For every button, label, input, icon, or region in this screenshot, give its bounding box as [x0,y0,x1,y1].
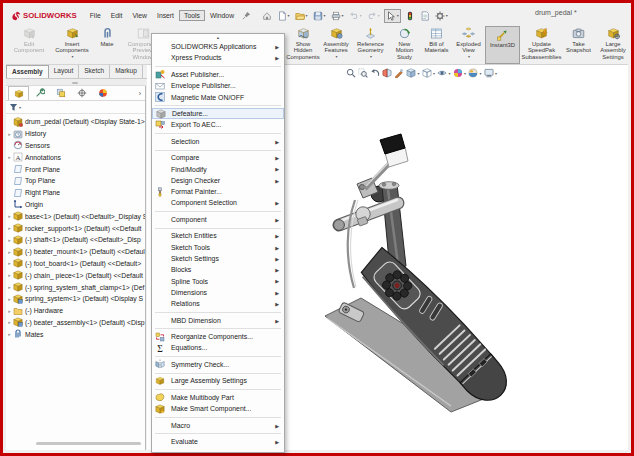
menu-item-evaluate[interactable]: Evaluate▶ [152,436,284,447]
menu-item-component-selection[interactable]: Component Selection▶ [152,197,284,208]
drum-pedal-3d-model[interactable] [293,118,543,428]
headsup-view-orientation-button[interactable]: ▾ [406,68,420,78]
menu-item-make-smart-component[interactable]: Make Smart Component... [152,403,284,414]
tree-item[interactable]: ▸(-) spring_system_shaft_clamp<1> (Def [6,281,145,293]
headsup-view-settings-button[interactable]: ▾ [484,68,498,78]
panel-tab-property-manager[interactable] [29,86,50,100]
headsup-display-style-button[interactable]: ▾ [422,68,436,78]
tree-item[interactable]: Sensors [6,140,145,152]
ribbon-button-reference-geometry[interactable]: ReferenceGeometry▾ [353,26,388,64]
tree-item[interactable]: ▸(-) beater_mount<1> (Default) <<Defaul [6,246,145,258]
tab-sketch[interactable]: Sketch [79,65,110,78]
tree-filter-row[interactable]: ▾ [6,101,145,114]
ribbon-button-assembly-features[interactable]: AssemblyFeatures▾ [319,26,353,64]
headsup-section-view-button[interactable] [382,68,392,78]
save-button[interactable]: ▾ [312,10,327,22]
menu-item-sketch-entities[interactable]: Sketch Entities▶ [152,230,284,241]
tab-layout[interactable]: Layout [49,65,80,78]
ribbon-button-exploded-view[interactable]: ExplodedView▾ [452,26,485,64]
menu-scroll-up[interactable]: ▲ [152,34,284,41]
panel-horizontal-scrollbar[interactable] [36,442,141,445]
menu-item-defeature[interactable]: Defeature... [152,108,284,119]
headsup-zoom-area-button[interactable] [358,68,368,78]
menu-item-sketch-settings[interactable]: Sketch Settings▶ [152,253,284,264]
tab-markup[interactable]: Markup [110,65,143,78]
menu-item-make-multibody-part[interactable]: Make Multibody Part [152,392,284,403]
menu-item-mbd-dimension[interactable]: MBD Dimension▶ [152,315,284,326]
select-cursor-button[interactable]: ▾ [384,9,401,23]
ribbon-button-take-snapshot[interactable]: TakeSnapshot [563,26,594,64]
ribbon-button-update-speedpak-subassemblies[interactable]: UpdateSpeedPakSubassemblies [520,26,563,64]
new-document-button[interactable]: ▾ [276,10,291,22]
panel-tab-feature-tree[interactable] [8,86,29,100]
tree-item[interactable]: Top Plane [6,175,145,187]
menu-item-dimensions[interactable]: Dimensions▶ [152,287,284,298]
menu-item-compare[interactable]: Compare▶ [152,152,284,163]
menu-item-equations[interactable]: ΣEquations... [152,342,284,353]
menu-item-export-to-aec[interactable]: Export To AEC... [152,119,284,130]
print-button[interactable]: ▾ [330,10,345,22]
menu-insert[interactable]: Insert [152,10,179,21]
menu-item-macro[interactable]: Macro▶ [152,420,284,431]
menu-item-find-modify[interactable]: Find/Modify▶ [152,163,284,174]
menu-view[interactable]: View [127,10,152,21]
headsup-hide-show-items-button[interactable]: ▾ [437,68,451,78]
menu-window[interactable]: Window [205,10,239,21]
menu-item-design-checker[interactable]: Design Checker▶ [152,175,284,186]
menu-item-reorganize-components[interactable]: Reorganize Components... [152,331,284,342]
tree-item[interactable]: ▸(-) foot_board<1> (Default) <<Default> [6,258,145,270]
ribbon-button-insert-components[interactable]: InsertComponents▾ [50,26,94,64]
menu-item-component[interactable]: Component▶ [152,214,284,225]
menu-item-blocks[interactable]: Blocks▶ [152,264,284,275]
filter-dropdown-arrow[interactable]: ▾ [19,105,21,110]
tree-item[interactable]: drum_pedal (Default) <Display State-1> [6,116,145,128]
tree-item[interactable]: Right Plane [6,187,145,199]
tree-item[interactable]: ▸History [6,128,145,140]
ribbon-button-bill-of-materials[interactable]: Bill ofMaterials [421,26,452,64]
filter-funnel-icon[interactable] [9,103,18,112]
menu-item-sketch-tools[interactable]: Sketch Tools▶ [152,242,284,253]
tree-item[interactable]: ▸(-) shaft<1> (Default) <<Default>_Disp [6,234,145,246]
options-gear-button[interactable]: ▾ [434,10,449,22]
headsup-apply-scene-button[interactable]: ▾ [468,68,482,78]
menu-item-selection[interactable]: Selection▶ [152,136,284,147]
tree-item[interactable]: ▸rocker_support<1> (Default) <<Default [6,222,145,234]
tree-item[interactable]: ▸(-) Hardware [6,305,145,317]
panel-tab-display-manager[interactable] [92,86,113,100]
headsup-zoom-fit-button[interactable] [346,68,356,78]
menu-tools[interactable]: Tools [179,10,205,21]
menu-item-format-painter[interactable]: Format Painter... [152,186,284,197]
tree-item[interactable]: ▸Mates [6,328,145,340]
ribbon-button-new-motion-study[interactable]: NewMotionStudy [388,26,421,64]
ribbon-button-large-assembly-settings[interactable]: LargeAssemblySettings [594,26,632,64]
menu-item-relations[interactable]: Relations▶ [152,298,284,309]
menu-file[interactable]: File [85,10,106,21]
beater[interactable] [365,134,408,189]
menu-item-solidworks-applications[interactable]: SOLIDWORKS Applications▶ [152,41,284,52]
pin-menubar-icon[interactable] [242,11,251,20]
menu-item-xpress-products[interactable]: Xpress Products▶ [152,52,284,63]
file-properties-button[interactable] [419,10,431,22]
headsup-edit-appearance-button[interactable]: ▾ [453,68,467,78]
headsup-dynamic-annotation-views-button[interactable] [394,68,404,78]
rebuild-traffic-light-button[interactable] [404,10,416,22]
panel-expand-chevron[interactable]: › [139,90,141,97]
ribbon-button-mate[interactable]: Mate [94,26,120,64]
tree-item[interactable]: Origin [6,199,145,211]
menu-item-magnetic-mate-on-off[interactable]: Magnetic Mate ON/OFF [152,91,284,102]
tree-item[interactable]: Front Plane [6,163,145,175]
menu-edit[interactable]: Edit [106,10,128,21]
ribbon-button-edit-component[interactable]: EditComponent [12,26,46,64]
home-button[interactable] [261,10,273,22]
headsup-previous-view-button[interactable] [370,68,380,78]
menu-item-symmetry-check[interactable]: Symmetry Check... [152,359,284,370]
ribbon-button-instant3d[interactable]: Instant3D [485,26,520,64]
panel-tab-configurations[interactable] [50,86,71,100]
panel-splitter[interactable] [6,79,146,86]
redo-button[interactable]: ▾ [366,10,381,22]
tree-item[interactable]: ▸AAnnotations [6,151,145,163]
menu-item-asset-publisher[interactable]: Asset Publisher... [152,69,284,80]
menu-item-spline-tools[interactable]: Spline Tools▶ [152,275,284,286]
tree-item[interactable]: ▸base<1> (Default) <<Default>_Display S [6,210,145,222]
tree-item[interactable]: ▸(-) beater_assembly<1> (Default) <Disp [6,317,145,329]
